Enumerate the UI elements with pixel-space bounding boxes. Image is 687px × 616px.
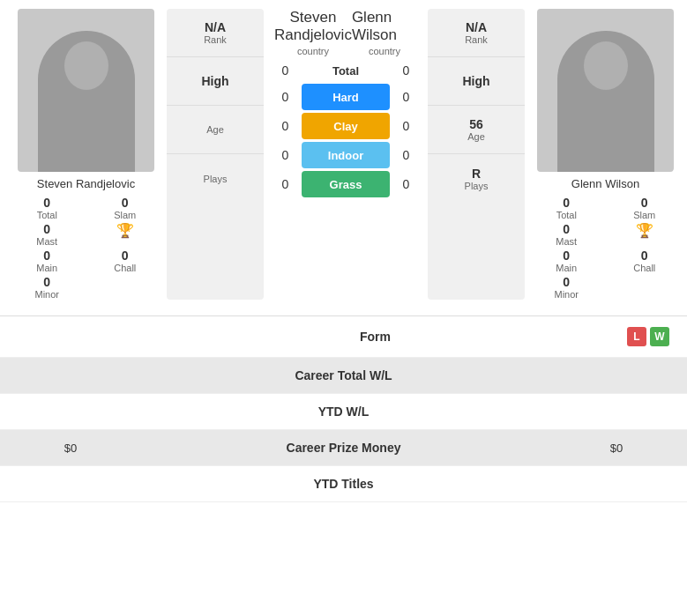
form-badge-w: W	[650, 327, 669, 346]
indoor-left-score: 0	[274, 148, 296, 162]
ytd-titles-label: YTD Titles	[123, 477, 564, 491]
hard-court-button[interactable]: Hard	[302, 84, 390, 110]
court-row-grass: 0 Grass 0	[274, 171, 417, 197]
clay-court-button[interactable]: Clay	[302, 113, 390, 139]
right-stat-chall: 0 Chall	[607, 249, 683, 273]
right-stat-slam: 0 Slam	[607, 196, 683, 220]
indoor-court-button[interactable]: Indoor	[302, 142, 390, 168]
indoor-right-score: 0	[395, 148, 417, 162]
right-player-avatar	[537, 9, 674, 172]
ytd-wl-label: YTD W/L	[123, 404, 564, 419]
total-label: Total	[302, 64, 390, 78]
clay-left-score: 0	[274, 119, 296, 133]
total-right-score: 0	[395, 63, 417, 78]
prize-left-value: $0	[18, 442, 123, 455]
right-rank-cell: N/A Rank	[428, 9, 525, 57]
left-player-stats: 0 Total 0 Slam 0 Mast 🏆 0 Main	[9, 196, 163, 300]
form-badges: L W	[627, 327, 669, 346]
right-age-cell: 56 Age	[428, 106, 525, 154]
left-stat-chall: 0 Chall	[87, 249, 164, 273]
hard-right-score: 0	[395, 90, 417, 104]
right-avatar-silhouette	[557, 31, 654, 172]
grass-court-button[interactable]: Grass	[302, 171, 390, 197]
total-left-score: 0	[274, 63, 296, 78]
form-label: Form	[123, 330, 627, 344]
left-plays-cell: Plays	[167, 154, 264, 203]
right-main-label-cell: 0 Main	[528, 249, 605, 273]
court-row-hard: 0 Hard 0	[274, 84, 417, 110]
left-main-label-cell: 0 Main	[9, 249, 86, 273]
grass-left-score: 0	[274, 177, 296, 191]
bottom-section: Form L W Career Total W/L YTD W/L $0 Car…	[0, 315, 687, 502]
ytd-wl-row: YTD W/L	[0, 394, 687, 430]
left-trophy-icon-cell: 🏆	[87, 222, 164, 247]
left-rank-cell: N/A Rank	[167, 9, 264, 57]
career-total-label: Career Total W/L	[123, 368, 564, 382]
total-score-row: 0 Total 0	[274, 63, 417, 78]
prize-money-row: $0 Career Prize Money $0	[0, 430, 687, 466]
court-rows: 0 Hard 0 0 Clay 0 0 Indoor 0	[274, 84, 417, 197]
right-name-block: Glenn Wilson country	[352, 9, 417, 56]
left-stat-slam: 0 Slam	[87, 196, 164, 220]
right-center-name: Glenn Wilson	[352, 9, 417, 44]
left-stat-total: 0 Total	[9, 196, 86, 220]
center-section: Steven Randjelovic country Glenn Wilson …	[267, 9, 424, 300]
right-trophy-icon-cell: 🏆	[607, 222, 683, 247]
left-age-cell: Age	[167, 106, 264, 154]
right-stat-minor: 0 Minor	[528, 275, 605, 300]
players-section: Steven Randjelovic 0 Total 0 Slam 0 Mast…	[0, 0, 687, 308]
prize-money-label: Career Prize Money	[123, 441, 564, 455]
left-player-avatar	[18, 9, 154, 172]
court-row-indoor: 0 Indoor 0	[274, 142, 417, 168]
left-center-name-line2: Randjelovic	[274, 26, 352, 44]
left-player-card: Steven Randjelovic 0 Total 0 Slam 0 Mast…	[9, 9, 163, 300]
left-trophy-icon: 🏆	[116, 222, 134, 239]
prize-right-value: $0	[564, 442, 669, 455]
clay-right-score: 0	[395, 119, 417, 133]
right-player-stats: 0 Total 0 Slam 0 Mast 🏆 0 Main	[528, 196, 683, 300]
ytd-titles-row: YTD Titles	[0, 466, 687, 502]
right-player-name: Glenn Wilson	[571, 177, 639, 190]
main-container: Steven Randjelovic 0 Total 0 Slam 0 Mast…	[0, 0, 687, 502]
left-stat-mast: 0 Mast	[9, 222, 86, 247]
form-row: Form L W	[0, 316, 687, 358]
right-player-card: Glenn Wilson 0 Total 0 Slam 0 Mast 🏆	[528, 9, 683, 300]
left-high-cell: High	[167, 57, 264, 106]
right-stat-mast: 0 Mast	[528, 222, 605, 247]
right-trophy-icon: 🏆	[636, 222, 653, 239]
right-plays-cell: R Plays	[428, 154, 525, 203]
right-stat-total: 0 Total	[528, 196, 605, 220]
right-info-panel: N/A Rank High 56 Age R Plays	[428, 9, 525, 300]
left-info-panel: N/A Rank High Age Plays	[167, 9, 264, 300]
right-country-flag: country	[369, 46, 400, 56]
left-center-name-line1: Steven	[289, 9, 336, 26]
right-high-cell: High	[428, 57, 525, 106]
left-avatar-silhouette	[38, 31, 135, 172]
left-name-block: Steven Randjelovic country	[274, 9, 352, 56]
left-stat-minor: 0 Minor	[9, 275, 86, 300]
left-country-flag: country	[297, 46, 329, 56]
left-player-name: Steven Randjelovic	[37, 177, 135, 190]
court-row-clay: 0 Clay 0	[274, 113, 417, 139]
form-badge-l: L	[627, 327, 646, 346]
grass-right-score: 0	[395, 177, 417, 191]
career-total-row: Career Total W/L	[0, 358, 687, 394]
names-flags-row: Steven Randjelovic country Glenn Wilson …	[274, 9, 417, 56]
hard-left-score: 0	[274, 90, 296, 104]
